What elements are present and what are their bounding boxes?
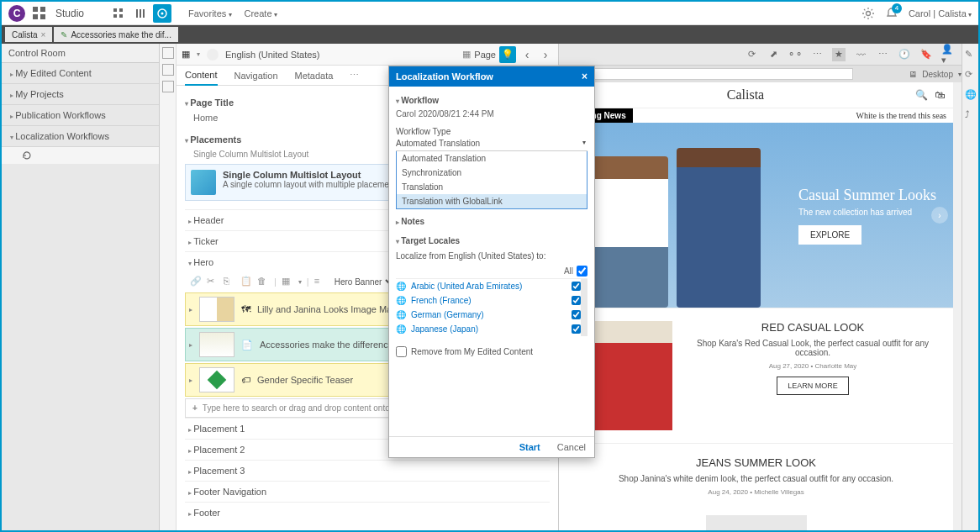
sidebar-item-edited[interactable]: My Edited Content [2, 63, 159, 84]
brand-logo[interactable]: Calista [727, 87, 764, 103]
sidebar-item-localization[interactable]: Localization Workflows [2, 126, 159, 147]
copy-icon[interactable]: ⎘ [224, 276, 235, 287]
bookmark-icon[interactable]: 🔖 [919, 48, 933, 61]
more-icon[interactable]: ⋯ [350, 70, 359, 81]
refresh-icon[interactable] [18, 147, 159, 164]
user-menu[interactable]: Carol | Calista [909, 8, 972, 18]
start-button[interactable]: Start [519, 442, 540, 452]
gear-icon[interactable] [861, 7, 875, 20]
wave-icon[interactable]: 〰 [854, 48, 867, 61]
cart-icon[interactable]: 🛍 [935, 89, 945, 101]
close-icon[interactable]: × [41, 30, 46, 40]
format-icon[interactable]: ▦ [282, 276, 293, 287]
explore-button[interactable]: EXPLORE [798, 225, 861, 245]
language-label[interactable]: English (United States) [225, 50, 320, 60]
cut-icon[interactable]: ✂ [207, 276, 219, 287]
sidebar-item-projects[interactable]: My Projects [2, 84, 159, 105]
notes-section-header[interactable]: Notes [396, 214, 587, 229]
carousel-next-icon[interactable]: › [931, 207, 948, 224]
pencil-icon: ✎ [61, 30, 67, 40]
search-icon[interactable]: 🔍 [915, 89, 928, 101]
locale-all-header: All [396, 264, 587, 279]
library-view-icon[interactable] [131, 4, 150, 23]
vtool-2[interactable] [162, 64, 174, 76]
option-globallink[interactable]: Translation with GlobalLink [397, 194, 587, 208]
locale-link[interactable]: German (Germany) [411, 310, 566, 319]
dropdown-icon[interactable]: ▾ [197, 50, 200, 58]
create-menu[interactable]: Create [245, 8, 277, 18]
locale-checkbox[interactable] [572, 310, 581, 319]
locale-link[interactable]: Japanese (Japan) [411, 324, 566, 334]
sync-icon[interactable]: ⟳ [965, 69, 977, 81]
option-sync[interactable]: Synchronization [397, 166, 587, 180]
nav-next-icon[interactable]: › [538, 47, 553, 62]
option-translation[interactable]: Translation [397, 180, 587, 194]
clock-icon[interactable]: 🕐 [898, 48, 911, 61]
locale-link[interactable]: French (France) [411, 296, 566, 305]
refresh-icon[interactable]: ⟳ [745, 48, 758, 61]
learn-more-button[interactable]: LEARN MORE [777, 377, 849, 395]
list-icon[interactable]: ≡ [314, 276, 326, 287]
drag-handle-icon[interactable]: ▸ [189, 306, 192, 313]
cancel-button[interactable]: Cancel [557, 442, 586, 452]
tab-metadata[interactable]: Metadata [295, 66, 334, 85]
delete-icon[interactable]: 🗑 [257, 276, 269, 287]
locale-checkbox[interactable] [572, 282, 581, 291]
grid-view-icon[interactable] [109, 4, 128, 23]
sidebar-item-publication[interactable]: Publication Workflows [2, 105, 159, 126]
globe-icon[interactable]: 🌐 [965, 89, 977, 101]
tab-accessories[interactable]: ✎ Accessories make the dif... [54, 27, 178, 42]
star-icon[interactable]: ★ [832, 48, 846, 61]
locale-link[interactable]: Arabic (United Arab Emirates) [411, 282, 566, 291]
svg-rect-8 [136, 9, 138, 18]
remove-checkbox[interactable] [396, 346, 407, 357]
desktop-icon[interactable]: 🖥 [909, 70, 917, 79]
locale-checkbox[interactable] [572, 324, 581, 334]
slot-footer[interactable]: Footer [185, 502, 550, 523]
vtool-3[interactable] [162, 81, 174, 92]
device-label[interactable]: Desktop [922, 70, 953, 79]
app-logo[interactable]: C [8, 5, 25, 22]
locale-checkbox[interactable] [572, 296, 581, 305]
url-field[interactable] [564, 68, 853, 80]
site-header: ☰ Calista 🔍 🛍 [559, 82, 953, 108]
link-icon[interactable]: 🔗 [190, 276, 202, 287]
share-icon[interactable]: ⤴ [965, 109, 977, 121]
page-type-label: Page [474, 50, 496, 60]
nav-prev-icon[interactable]: ‹ [519, 47, 535, 62]
tab-content[interactable]: Content [185, 66, 218, 86]
workflow-section-header[interactable]: Workflow [396, 93, 587, 108]
chevron-down-icon[interactable]: ▾ [958, 71, 962, 78]
slot-footer-nav[interactable]: Footer Navigation [185, 481, 550, 502]
user-icon[interactable]: 👤▾ [941, 48, 955, 61]
favorites-menu[interactable]: Favorites [188, 8, 231, 18]
target-locales-header[interactable]: Target Locales [396, 234, 587, 248]
target-view-icon[interactable] [153, 4, 171, 23]
all-checkbox[interactable] [577, 266, 587, 277]
close-icon[interactable]: × [582, 71, 587, 82]
hero-type-select[interactable]: Hero Banner [331, 277, 396, 287]
external-icon[interactable]: ⬈ [767, 48, 780, 61]
paste-icon[interactable]: 📋 [240, 276, 252, 287]
article-meta: Aug 27, 2020 • Charlotte May [685, 362, 940, 370]
tab-navigation[interactable]: Navigation [234, 66, 278, 85]
share-icon[interactable]: ⚬⚬ [788, 48, 802, 61]
option-automated[interactable]: Automated Translation [397, 151, 587, 166]
apps-icon[interactable] [32, 6, 47, 21]
tab-calista[interactable]: Calista × [5, 27, 52, 42]
edit-icon[interactable]: ✎ [965, 49, 977, 61]
page-type-icon: ▦ [462, 49, 471, 60]
locale-arabic: 🌐 Arabic (United Arab Emirates) [396, 279, 581, 293]
bulb-icon[interactable]: 💡 [499, 46, 516, 63]
workflow-type-select[interactable]: Automated Translation [396, 136, 587, 151]
layout-title: Single Column Multislot Layout [223, 170, 403, 180]
drag-handle-icon[interactable]: ▸ [189, 341, 192, 349]
doc-type-icon[interactable]: ▦ [182, 49, 190, 60]
more-icon[interactable]: ⋯ [810, 48, 824, 61]
drag-handle-icon[interactable]: ▸ [189, 377, 192, 384]
slot-placement-3[interactable]: Placement 3 [185, 460, 550, 481]
svg-rect-1 [40, 7, 45, 12]
notification-icon[interactable]: 4 [885, 7, 898, 20]
vtool-1[interactable] [162, 47, 174, 59]
more-icon-2[interactable]: ⋯ [876, 48, 889, 61]
